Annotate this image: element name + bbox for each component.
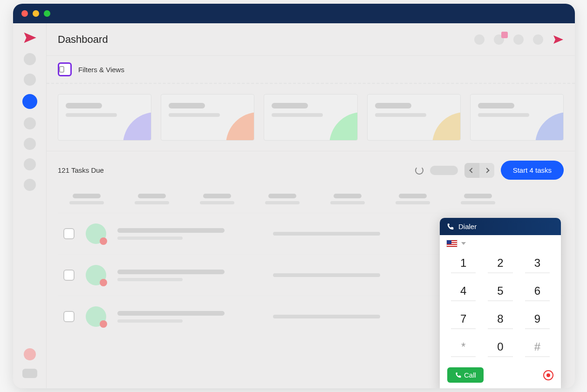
table-column[interactable] bbox=[63, 194, 110, 204]
sidebar-item-active[interactable] bbox=[22, 94, 37, 109]
header-action-icon[interactable] bbox=[533, 34, 543, 45]
loading-spinner-icon bbox=[415, 166, 423, 175]
keypad-9[interactable]: 9 bbox=[525, 311, 550, 329]
header-action-icon[interactable] bbox=[513, 34, 524, 45]
table-column[interactable] bbox=[389, 194, 436, 204]
skeleton-pill bbox=[430, 166, 458, 175]
titlebar bbox=[13, 4, 575, 23]
stat-card[interactable] bbox=[58, 94, 151, 141]
filters-row[interactable]: Filters & Views bbox=[47, 56, 575, 84]
main: Dashboard Filters & Views bbox=[47, 23, 575, 388]
header-actions bbox=[474, 34, 564, 45]
dialer-keypad: 1 2 3 4 5 6 7 8 9 * 0 # bbox=[440, 248, 561, 362]
keypad-2[interactable]: 2 bbox=[488, 256, 512, 273]
keypad-7[interactable]: 7 bbox=[451, 311, 476, 329]
header: Dashboard bbox=[47, 23, 575, 56]
keypad-8[interactable]: 8 bbox=[488, 311, 512, 329]
table-column[interactable] bbox=[455, 194, 501, 204]
dialer-header[interactable]: Dialer bbox=[440, 218, 561, 235]
row-secondary bbox=[273, 232, 380, 236]
row-checkbox[interactable] bbox=[63, 228, 75, 239]
row-checkbox[interactable] bbox=[63, 311, 75, 322]
table-column[interactable] bbox=[259, 194, 306, 204]
table-column[interactable] bbox=[194, 194, 240, 204]
sidebar-item[interactable] bbox=[24, 53, 36, 65]
sidebar-item[interactable] bbox=[24, 74, 36, 86]
window-minimize-icon[interactable] bbox=[33, 10, 39, 17]
chevron-left-icon bbox=[469, 168, 474, 173]
app-logo-icon[interactable] bbox=[23, 31, 37, 45]
row-checkbox[interactable] bbox=[63, 270, 75, 281]
avatar bbox=[86, 223, 106, 244]
table-column[interactable] bbox=[129, 194, 175, 204]
keypad-5[interactable]: 5 bbox=[488, 284, 512, 301]
record-button[interactable] bbox=[543, 370, 553, 380]
stat-card[interactable] bbox=[470, 94, 564, 141]
keypad-0[interactable]: 0 bbox=[488, 339, 512, 357]
filters-label: Filters & Views bbox=[78, 66, 124, 74]
keypad-1[interactable]: 1 bbox=[451, 256, 476, 273]
call-button[interactable]: Call bbox=[447, 367, 484, 383]
dialer-panel: Dialer 1 2 3 4 5 6 7 8 9 * 0 bbox=[440, 218, 561, 388]
tasks-bar: 121 Tasks Due Start 4 tasks bbox=[47, 151, 575, 189]
table-column[interactable] bbox=[324, 194, 371, 204]
phone-icon bbox=[446, 223, 454, 230]
send-icon[interactable] bbox=[553, 34, 564, 45]
flag-us-icon bbox=[446, 240, 457, 247]
sidebar-item[interactable] bbox=[24, 158, 36, 170]
dialer-footer: Call bbox=[440, 362, 561, 388]
call-button-label: Call bbox=[464, 371, 476, 379]
app-window: Dashboard Filters & Views bbox=[13, 4, 575, 388]
pager bbox=[464, 163, 494, 178]
dialer-title: Dialer bbox=[458, 223, 477, 230]
sidebar bbox=[13, 23, 47, 388]
keypad-6[interactable]: 6 bbox=[525, 284, 550, 301]
header-action-icon[interactable] bbox=[474, 34, 485, 45]
sidebar-item[interactable] bbox=[24, 117, 36, 129]
page-title: Dashboard bbox=[58, 34, 108, 46]
avatar bbox=[86, 265, 106, 285]
dialer-country-select[interactable] bbox=[440, 235, 561, 248]
stat-cards-row bbox=[47, 84, 575, 151]
pager-next-button[interactable] bbox=[479, 163, 494, 178]
window-close-icon[interactable] bbox=[21, 10, 28, 17]
stat-card[interactable] bbox=[367, 94, 461, 141]
keypad-3[interactable]: 3 bbox=[525, 256, 550, 273]
window-zoom-icon[interactable] bbox=[44, 10, 50, 17]
row-secondary bbox=[273, 273, 380, 277]
tasks-due-label: 121 Tasks Due bbox=[58, 166, 104, 174]
table-header bbox=[58, 189, 564, 213]
sidebar-item[interactable] bbox=[24, 179, 36, 191]
sidebar-bottom-chip[interactable] bbox=[22, 369, 37, 378]
stat-card[interactable] bbox=[161, 94, 254, 141]
pager-prev-button[interactable] bbox=[464, 163, 479, 178]
stat-card[interactable] bbox=[264, 94, 357, 141]
row-primary bbox=[117, 228, 225, 240]
sidebar-item[interactable] bbox=[24, 138, 36, 150]
row-primary bbox=[117, 270, 225, 281]
keypad-hash[interactable]: # bbox=[525, 339, 550, 357]
sidebar-status-icon[interactable] bbox=[24, 348, 36, 360]
chevron-down-icon bbox=[461, 242, 466, 245]
start-tasks-button[interactable]: Start 4 tasks bbox=[501, 161, 564, 180]
keypad-4[interactable]: 4 bbox=[451, 284, 476, 301]
chevron-right-icon bbox=[484, 168, 489, 173]
avatar bbox=[86, 306, 106, 327]
phone-icon bbox=[455, 372, 461, 378]
filters-icon bbox=[58, 62, 72, 76]
row-secondary bbox=[273, 315, 380, 318]
notifications-icon[interactable] bbox=[494, 34, 504, 45]
keypad-star[interactable]: * bbox=[451, 339, 476, 357]
row-primary bbox=[117, 311, 225, 323]
